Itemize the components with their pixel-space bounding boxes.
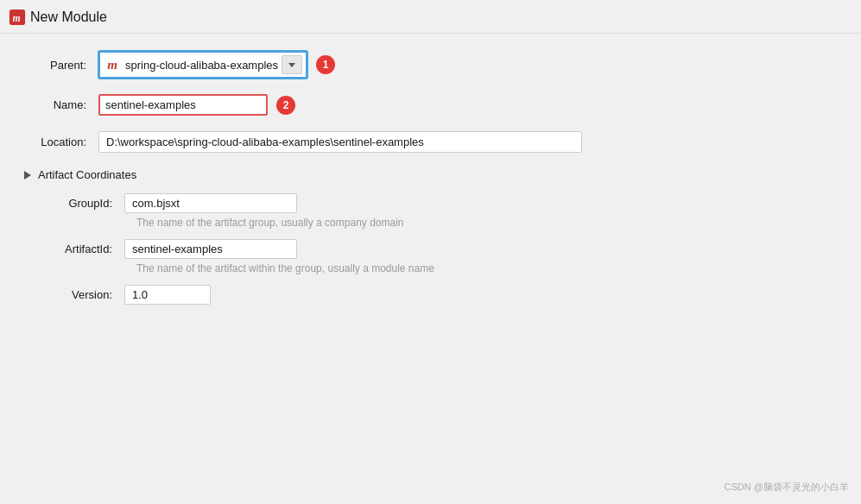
parent-maven-icon: m bbox=[104, 56, 121, 73]
parent-dropdown-button[interactable] bbox=[282, 55, 302, 74]
version-label: Version: bbox=[47, 285, 124, 301]
name-input[interactable] bbox=[105, 98, 261, 111]
name-label: Name: bbox=[21, 98, 98, 111]
badge-1: 1 bbox=[316, 55, 335, 74]
version-input[interactable] bbox=[124, 285, 211, 305]
location-value: D:\workspace\spring-cloud-alibaba-exampl… bbox=[98, 131, 582, 153]
groupid-hint: The name of the artifact group, usually … bbox=[47, 217, 840, 229]
version-row: Version: bbox=[47, 285, 840, 305]
artifact-section-title: Artifact Coordinates bbox=[38, 168, 136, 181]
form-content: Parent: m spring-cloud-alibaba-examples … bbox=[0, 34, 861, 325]
parent-label: Parent: bbox=[21, 59, 98, 72]
artifact-section: GroupId: The name of the artifact group,… bbox=[21, 193, 840, 305]
svg-text:m: m bbox=[13, 12, 21, 24]
groupid-input[interactable] bbox=[124, 193, 297, 213]
artifactid-hint: The name of the artifact within the grou… bbox=[47, 262, 840, 274]
parent-value[interactable]: spring-cloud-alibaba-examples bbox=[125, 59, 278, 72]
location-label: Location: bbox=[21, 135, 98, 148]
watermark: CSDN @脑袋不灵光的小白羊 bbox=[725, 481, 849, 494]
groupid-row: GroupId: bbox=[47, 193, 840, 213]
groupid-label: GroupId: bbox=[47, 193, 124, 210]
artifactid-row: ArtifactId: bbox=[47, 239, 840, 259]
artifactid-input[interactable] bbox=[124, 239, 297, 259]
name-row: Name: 2 bbox=[21, 94, 840, 116]
artifactid-label: ArtifactId: bbox=[47, 239, 124, 255]
new-module-dialog: m New Module Parent: m spring-cloud-alib… bbox=[0, 0, 861, 504]
location-row: Location: D:\workspace\spring-cloud-alib… bbox=[21, 131, 840, 153]
parent-select-wrapper: m spring-cloud-alibaba-examples bbox=[98, 51, 307, 79]
name-input-wrapper bbox=[98, 94, 268, 116]
artifact-section-header: Artifact Coordinates bbox=[21, 168, 840, 181]
badge-2: 2 bbox=[276, 96, 295, 115]
dialog-title: New Module bbox=[30, 9, 107, 25]
dialog-icon: m bbox=[9, 9, 26, 26]
artifact-section-arrow[interactable] bbox=[22, 170, 33, 180]
title-bar: m New Module bbox=[0, 0, 861, 34]
parent-row: Parent: m spring-cloud-alibaba-examples … bbox=[21, 51, 840, 79]
